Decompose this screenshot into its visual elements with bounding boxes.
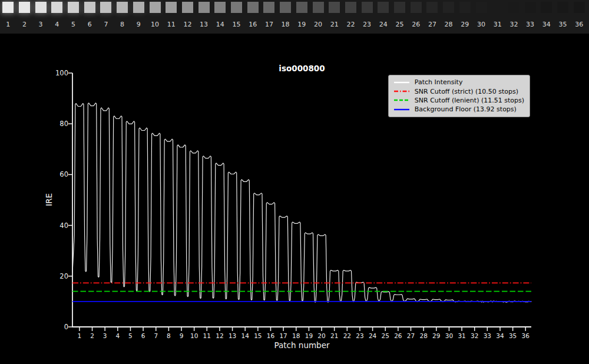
patch-number-label: 26 bbox=[412, 21, 420, 28]
patch-swatch bbox=[2, 2, 14, 13]
patch-number-label: 8 bbox=[120, 21, 124, 28]
x-tick-label: 13 bbox=[229, 332, 236, 339]
patch-number-label: 32 bbox=[509, 21, 518, 28]
x-tick-label: 21 bbox=[330, 332, 338, 339]
patch-swatch bbox=[133, 2, 144, 13]
patch-number-label: 2 bbox=[22, 21, 27, 28]
x-tick-label: 32 bbox=[471, 332, 478, 339]
patch-swatch bbox=[19, 2, 30, 13]
legend-line-sample bbox=[393, 80, 410, 85]
x-tick-label: 30 bbox=[445, 332, 453, 339]
x-tick-label: 6 bbox=[141, 332, 145, 339]
patch-swatch bbox=[247, 2, 259, 13]
legend: Patch IntensitySNR Cutoff (strict) (10.5… bbox=[388, 75, 530, 117]
patch-swatch bbox=[443, 2, 454, 13]
legend-label: SNR Cutoff (lenient) (11.51 stops) bbox=[415, 97, 524, 104]
patch-swatch bbox=[329, 2, 340, 13]
patch-swatch bbox=[198, 2, 210, 13]
x-tick-label: 28 bbox=[419, 332, 427, 339]
x-tick-label: 17 bbox=[279, 332, 287, 339]
patch-number-label: 10 bbox=[151, 21, 159, 28]
x-tick-label: 26 bbox=[394, 332, 402, 339]
x-tick-label: 5 bbox=[128, 332, 133, 339]
x-tick-label: 11 bbox=[203, 332, 211, 339]
x-tick-label: 31 bbox=[458, 332, 465, 339]
y-tick-label: 40 bbox=[44, 221, 68, 230]
patch-swatch bbox=[117, 2, 128, 13]
x-tick-label: 10 bbox=[190, 332, 198, 339]
patch-swatch bbox=[362, 2, 373, 13]
patch-number-label: 23 bbox=[363, 21, 371, 28]
x-tick-label: 35 bbox=[509, 332, 517, 339]
patch-number-label: 19 bbox=[297, 21, 306, 28]
x-tick-label: 36 bbox=[522, 332, 530, 339]
legend-label: SNR Cutoff (strict) (10.50 stops) bbox=[415, 88, 518, 95]
x-tick-label: 2 bbox=[90, 332, 94, 339]
legend-item: Patch Intensity bbox=[393, 78, 524, 87]
patch-number-label: 27 bbox=[428, 21, 436, 28]
x-tick-label: 3 bbox=[103, 332, 107, 339]
x-tick-label: 8 bbox=[167, 332, 171, 339]
patch-number-label: 11 bbox=[167, 21, 176, 28]
patch-swatch bbox=[84, 2, 95, 13]
patch-number-label: 14 bbox=[216, 21, 224, 28]
figure-canvas: { "strip": { "background": "#1b1b1b", "p… bbox=[0, 0, 589, 364]
patch-number-label: 3 bbox=[39, 21, 43, 28]
patch-swatch bbox=[313, 2, 324, 13]
x-tick-label: 15 bbox=[254, 332, 262, 339]
patch-swatch bbox=[411, 2, 422, 13]
patch-swatch bbox=[100, 2, 111, 13]
x-tick-label: 14 bbox=[241, 332, 249, 339]
patch-swatch bbox=[263, 2, 274, 13]
x-tick-label: 16 bbox=[267, 332, 274, 339]
x-axis-label: Patch number bbox=[72, 340, 531, 350]
patch-number-label: 20 bbox=[314, 21, 322, 28]
patch-number-label: 17 bbox=[265, 21, 273, 28]
y-tick-label: 60 bbox=[44, 170, 68, 178]
patch-swatch bbox=[345, 2, 356, 13]
x-tick-label: 20 bbox=[317, 332, 325, 339]
x-tick-label: 19 bbox=[305, 332, 313, 339]
y-tick-label: 0 bbox=[44, 323, 68, 331]
patch-swatch bbox=[574, 2, 585, 13]
legend-item: SNR Cutoff (strict) (10.50 stops) bbox=[393, 87, 524, 95]
patch-swatch bbox=[231, 2, 242, 13]
patch-number-label: 36 bbox=[575, 21, 583, 28]
patch-number-label: 25 bbox=[396, 21, 404, 28]
patch-number-label: 28 bbox=[445, 21, 453, 28]
patch-swatch bbox=[35, 2, 47, 13]
patch-swatch bbox=[150, 2, 161, 13]
x-tick-label: 29 bbox=[432, 332, 440, 339]
x-tick-label: 18 bbox=[292, 332, 300, 339]
patch-number-label: 15 bbox=[233, 21, 241, 28]
patch-number-label: 7 bbox=[104, 21, 108, 28]
legend-label: Background Floor (13.92 stops) bbox=[415, 105, 517, 113]
patch-swatch bbox=[492, 2, 503, 13]
patch-intensity-trace bbox=[72, 103, 531, 302]
patch-number-label: 1 bbox=[6, 21, 10, 28]
y-tick-label: 80 bbox=[44, 120, 68, 128]
x-tick-label: 23 bbox=[356, 332, 363, 339]
x-tick-label: 25 bbox=[382, 332, 389, 339]
x-tick-label: 22 bbox=[343, 332, 351, 339]
y-tick-label: 20 bbox=[44, 272, 68, 280]
patch-swatch bbox=[525, 2, 536, 13]
patch-swatch bbox=[378, 2, 389, 13]
chart-title: iso000800 bbox=[72, 64, 531, 73]
patch-number-label: 4 bbox=[55, 21, 59, 28]
patch-strip: 1234567891011121314151617181920212223242… bbox=[0, 0, 589, 34]
patch-number-label: 21 bbox=[330, 21, 339, 28]
patch-number-label: 6 bbox=[88, 21, 92, 28]
legend-line-sample bbox=[393, 88, 410, 94]
y-axis-label: IRE bbox=[44, 193, 54, 206]
x-tick-label: 27 bbox=[407, 332, 415, 339]
patch-swatch bbox=[280, 2, 291, 13]
patch-swatch bbox=[166, 2, 177, 13]
patch-number-label: 31 bbox=[494, 21, 502, 28]
patch-number-label: 13 bbox=[200, 21, 208, 28]
patch-swatch bbox=[214, 2, 226, 13]
patch-number-label: 12 bbox=[183, 21, 191, 28]
patch-number-label: 30 bbox=[477, 21, 485, 28]
x-tick-label: 12 bbox=[216, 332, 223, 339]
patch-swatch bbox=[68, 2, 79, 13]
